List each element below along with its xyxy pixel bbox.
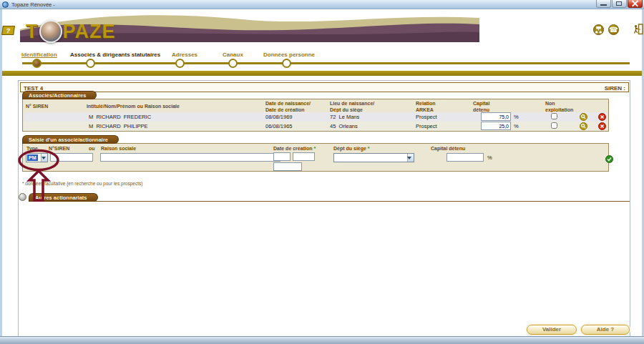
shareholders-box: N° SIREN Intitulé/Nom/Prénom ou Raison s… xyxy=(22,99,609,132)
section-tab-other[interactable]: Autres actionnariats xyxy=(29,193,98,202)
creation-month-input[interactable] xyxy=(293,152,315,161)
row1-delete-icon[interactable] xyxy=(598,113,606,121)
window-close-button[interactable] xyxy=(628,0,643,8)
row1-name: M RICHARD FREDERIC xyxy=(89,114,151,120)
window-maximize-button[interactable] xyxy=(612,0,627,8)
creation-day-input[interactable] xyxy=(273,152,291,161)
row2-nonexploitation-checkbox[interactable] xyxy=(551,122,557,129)
label-capital: Capital détenu xyxy=(431,146,465,152)
label-dept: Dépt du siège * xyxy=(333,146,370,152)
expand-toggle-icon[interactable] xyxy=(19,193,26,201)
row2-birthplace: 45 Orleans xyxy=(330,123,358,129)
label-type: Type xyxy=(26,146,38,152)
stepper-line xyxy=(22,62,630,64)
row2-search-icon[interactable] xyxy=(580,122,587,130)
browser-favicon-icon xyxy=(2,1,9,8)
row1-birthplace: 72 Le Mans xyxy=(330,114,359,120)
page-body: T PAZE ☎ ? Identification Associés & dir… xyxy=(0,9,644,336)
row1-capital-input[interactable] xyxy=(481,112,511,121)
section-tab-shareholders: Associés/Actionnaires xyxy=(22,91,97,99)
step-circle-4 xyxy=(228,59,238,68)
col-header-relation: RelationARKEA xyxy=(416,101,436,114)
nav-step-identification[interactable]: Identification xyxy=(21,51,57,58)
window-minimize-button[interactable] xyxy=(596,0,611,8)
type-select[interactable]: PM xyxy=(26,153,48,162)
gold-divider-bar xyxy=(2,71,642,76)
section-divider xyxy=(29,201,630,202)
valider-button[interactable]: Valider xyxy=(527,325,577,335)
screen: Topaze Rénovée - T PAZE ☎ xyxy=(0,0,644,344)
row2-percent-label: % xyxy=(514,123,519,129)
row1-relation: Prospect xyxy=(416,114,437,120)
raison-sociale-input[interactable] xyxy=(100,153,280,162)
nav-step-associes[interactable]: Associés & dirigeants statutaires xyxy=(70,51,160,58)
entry-box: Type N°SIREN ou Raison sociale Date de c… xyxy=(22,143,609,172)
creation-year-input[interactable] xyxy=(273,162,302,171)
label-or: ou xyxy=(89,146,95,152)
browser-titlebar: Topaze Rénovée - xyxy=(0,0,644,9)
org-chart-icon[interactable] xyxy=(593,24,604,35)
nav-step-adresses[interactable]: Adresses xyxy=(172,51,197,58)
row2-birthdate: 06/08/1965 xyxy=(265,123,293,129)
col-header-capital: Capitaldétenu xyxy=(473,101,489,114)
row2-delete-icon[interactable] xyxy=(598,122,606,130)
col-header-birthplace: Lieu de naissance/Dépt du siège xyxy=(330,101,374,114)
label-creation-date: Date de création * xyxy=(273,146,316,152)
siren-label: SIREN : xyxy=(605,85,625,92)
row2-name: M RICHARD PHILIPPE xyxy=(89,123,148,129)
capital-detenu-input[interactable] xyxy=(447,153,484,162)
siren-input[interactable] xyxy=(50,153,93,162)
step-circle-2 xyxy=(86,59,95,68)
phone-icon[interactable]: ☎ xyxy=(608,24,619,35)
dept-siege-select[interactable] xyxy=(333,153,414,162)
col-header-birthdate: Date de naissance/Date de création xyxy=(265,101,311,114)
help-book-icon[interactable]: ? xyxy=(1,26,15,35)
row2-relation: Prospect xyxy=(416,123,437,129)
nav-step-canaux[interactable]: Canaux xyxy=(223,51,243,58)
entity-bar: TEST 4 SIREN : xyxy=(20,82,629,92)
label-siren: N°SIREN xyxy=(49,146,69,152)
logo-text-right: PAZE xyxy=(63,21,116,43)
row1-search-icon[interactable] xyxy=(580,113,587,121)
col-header-nonexploitation: Nonexploitation xyxy=(545,101,573,114)
footnote-text: * données facultative (en recherche ou p… xyxy=(22,181,142,186)
step-circle-5 xyxy=(282,59,291,68)
row1-percent-label: % xyxy=(514,114,519,120)
step-circle-1 xyxy=(32,59,42,68)
entry-percent-label: % xyxy=(487,154,492,161)
step-circle-3 xyxy=(175,59,185,68)
row1-birthdate: 08/08/1969 xyxy=(265,114,293,120)
exit-door-icon[interactable] xyxy=(633,23,643,36)
topaze-logo: T PAZE xyxy=(26,20,116,43)
taskbar xyxy=(0,336,644,344)
section-tab-entry: Saisie d'un associé/actionnaire xyxy=(22,135,119,144)
nav-step-donnees[interactable]: Données personne xyxy=(263,51,315,58)
col-header-siren: N° SIREN xyxy=(26,104,48,110)
label-raison: Raison sociale xyxy=(101,146,136,152)
row2-capital-input[interactable] xyxy=(481,122,511,130)
aide-button[interactable]: Aide ? xyxy=(581,325,630,335)
row1-nonexploitation-checkbox[interactable] xyxy=(551,113,557,119)
logo-text-left: T xyxy=(26,21,39,43)
col-header-name: Intitulé/Nom/Prénom ou Raison sociale xyxy=(87,104,180,110)
confirm-check-icon[interactable] xyxy=(605,155,613,163)
logo-avatar xyxy=(39,20,62,43)
window-title: Topaze Rénovée - xyxy=(11,1,55,8)
